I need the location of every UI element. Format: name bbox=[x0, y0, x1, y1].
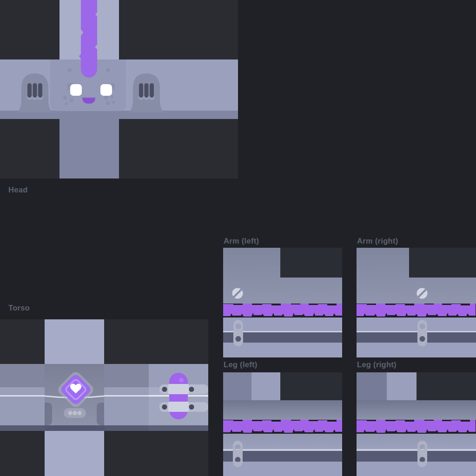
capsule bbox=[169, 373, 188, 419]
arm-left-texture-panel[interactable] bbox=[223, 248, 342, 357]
torso-top-arm bbox=[45, 319, 104, 364]
head-texture bbox=[0, 0, 238, 178]
leg-left-label: Leg (left) bbox=[224, 360, 258, 369]
head-bottom-arm bbox=[60, 119, 119, 178]
fringe-stripe bbox=[357, 420, 476, 433]
leg-right-cell bbox=[416, 372, 476, 400]
leg-left-texture-panel[interactable] bbox=[223, 372, 342, 476]
bolt-icon bbox=[162, 404, 167, 410]
arm-left-texture bbox=[223, 248, 342, 357]
bolt-icon bbox=[162, 387, 167, 392]
right-eye bbox=[100, 84, 112, 96]
fringe-stripe bbox=[223, 420, 342, 433]
head-texture-panel[interactable] bbox=[0, 0, 238, 178]
screw-icon bbox=[417, 288, 428, 299]
head-stripe bbox=[79, 0, 97, 78]
bolt-icon bbox=[189, 404, 194, 410]
fringe-stripe bbox=[357, 304, 476, 317]
leg-right-label: Leg (right) bbox=[357, 360, 397, 369]
leg-left-cell bbox=[280, 372, 342, 400]
torso-texture bbox=[0, 319, 208, 476]
arm-left-cell bbox=[280, 248, 342, 278]
leg-right-texture bbox=[357, 372, 476, 476]
torso-chest bbox=[45, 364, 104, 431]
arm-right-texture-panel[interactable] bbox=[357, 248, 476, 357]
torso-texture-panel[interactable] bbox=[0, 319, 208, 476]
torso-label: Torso bbox=[8, 304, 30, 312]
capsule-highlight bbox=[179, 378, 184, 383]
screw-icon bbox=[232, 288, 243, 299]
torso-side-left bbox=[0, 364, 45, 431]
leg-right-texture-panel[interactable] bbox=[357, 372, 476, 476]
left-eye bbox=[70, 84, 82, 96]
leg-left-texture bbox=[223, 372, 342, 476]
head-label: Head bbox=[8, 185, 28, 194]
torso-side-right bbox=[104, 364, 149, 431]
arm-right-cell bbox=[409, 248, 476, 278]
torso-bottom-arm bbox=[45, 431, 104, 476]
bolt-icon bbox=[189, 387, 194, 392]
fringe-stripe bbox=[223, 304, 342, 317]
arm-left-label: Arm (left) bbox=[224, 237, 259, 245]
arm-right-texture bbox=[357, 248, 476, 357]
arm-right-label: Arm (right) bbox=[357, 237, 398, 245]
torso-back bbox=[149, 364, 208, 431]
